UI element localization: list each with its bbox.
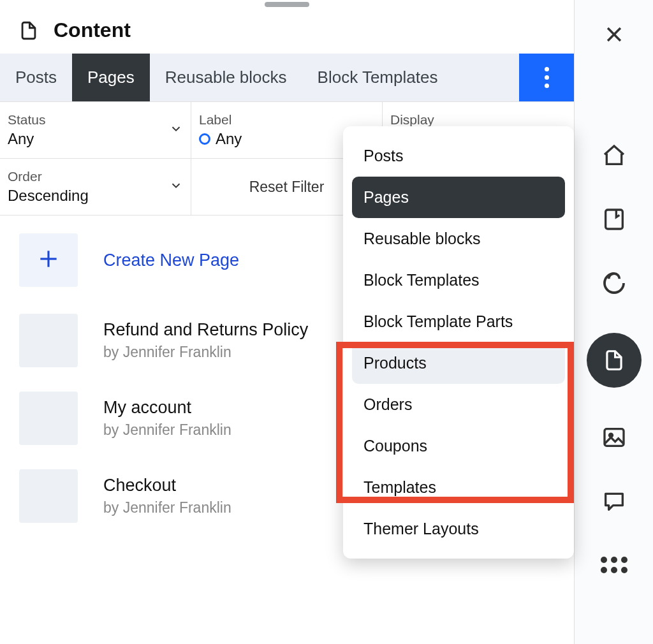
bookmark-icon[interactable] — [600, 205, 628, 233]
dropdown-item-block-templates[interactable]: Block Templates — [352, 260, 565, 301]
create-thumb — [19, 233, 78, 287]
plus-icon — [36, 247, 61, 274]
dropdown-item-reusable-blocks[interactable]: Reusable blocks — [352, 218, 565, 260]
post-type-dropdown: Posts Pages Reusable blocks Block Templa… — [343, 126, 574, 559]
filter-status[interactable]: Status Any — [0, 102, 191, 158]
tab-reusable-blocks[interactable]: Reusable blocks — [150, 54, 302, 101]
close-button[interactable] — [600, 20, 628, 48]
dots-vertical-icon — [545, 67, 549, 88]
page-item-author: by Jennifer Franklin — [103, 421, 231, 439]
page-thumbnail — [19, 392, 78, 445]
dropdown-item-templates[interactable]: Templates — [352, 467, 565, 508]
filter-order-value: Descending — [8, 187, 89, 205]
tabs-row: Posts Pages Reusable blocks Block Templa… — [0, 54, 574, 102]
page-item-author: by Jennifer Franklin — [103, 499, 231, 516]
page-info: Refund and Returns Policy by Jennifer Fr… — [103, 320, 308, 361]
image-icon[interactable] — [600, 423, 628, 451]
filter-display-label: Display — [390, 112, 434, 128]
page-item-author: by Jennifer Franklin — [103, 344, 308, 361]
content-rail-button[interactable] — [587, 333, 642, 388]
filter-status-label: Status — [8, 112, 46, 128]
radio-icon — [199, 133, 210, 145]
dropdown-item-block-template-parts[interactable]: Block Template Parts — [352, 301, 565, 342]
more-tabs-button[interactable] — [519, 54, 574, 101]
tab-block-templates[interactable]: Block Templates — [302, 54, 453, 101]
filter-label-label: Label — [199, 112, 242, 128]
filter-order[interactable]: Order Descending — [0, 159, 191, 215]
reset-filter-label: Reset Filter — [249, 179, 325, 196]
tab-posts[interactable]: Posts — [0, 54, 72, 101]
dropdown-item-orders[interactable]: Orders — [352, 384, 565, 425]
comment-icon[interactable] — [600, 487, 628, 515]
apps-icon[interactable] — [600, 551, 628, 579]
dropdown-item-themer-layouts[interactable]: Themer Layouts — [352, 508, 565, 550]
page-info: Checkout by Jennifer Franklin — [103, 476, 231, 516]
filter-label-value: Any — [216, 130, 242, 148]
drag-handle[interactable] — [265, 2, 309, 7]
page-item-title: My account — [103, 398, 231, 418]
filter-status-value: Any — [8, 130, 46, 148]
create-new-page-label: Create New Page — [103, 251, 239, 270]
right-rail — [574, 0, 653, 644]
dropdown-item-pages[interactable]: Pages — [352, 177, 565, 218]
page-item-title: Refund and Returns Policy — [103, 320, 308, 340]
chevron-down-icon — [169, 179, 183, 195]
loop-icon[interactable] — [600, 269, 628, 297]
panel-header: Content — [0, 7, 574, 54]
content-icon — [18, 20, 40, 41]
filter-order-label: Order — [8, 169, 89, 184]
home-icon[interactable] — [600, 142, 628, 170]
chevron-down-icon — [169, 122, 183, 138]
tabs-spacer — [453, 54, 519, 101]
page-thumbnail — [19, 314, 78, 367]
dropdown-item-products[interactable]: Products — [352, 342, 565, 384]
page-thumbnail — [19, 469, 78, 523]
page-item-title: Checkout — [103, 476, 231, 495]
page-info: My account by Jennifer Franklin — [103, 398, 231, 439]
dropdown-item-coupons[interactable]: Coupons — [352, 425, 565, 467]
svg-rect-4 — [605, 210, 622, 229]
content-panel: Content Posts Pages Reusable blocks Bloc… — [0, 2, 574, 644]
svg-rect-5 — [605, 429, 624, 446]
tab-pages[interactable]: Pages — [72, 54, 150, 101]
dropdown-item-posts[interactable]: Posts — [352, 135, 565, 177]
page-title: Content — [54, 18, 131, 42]
